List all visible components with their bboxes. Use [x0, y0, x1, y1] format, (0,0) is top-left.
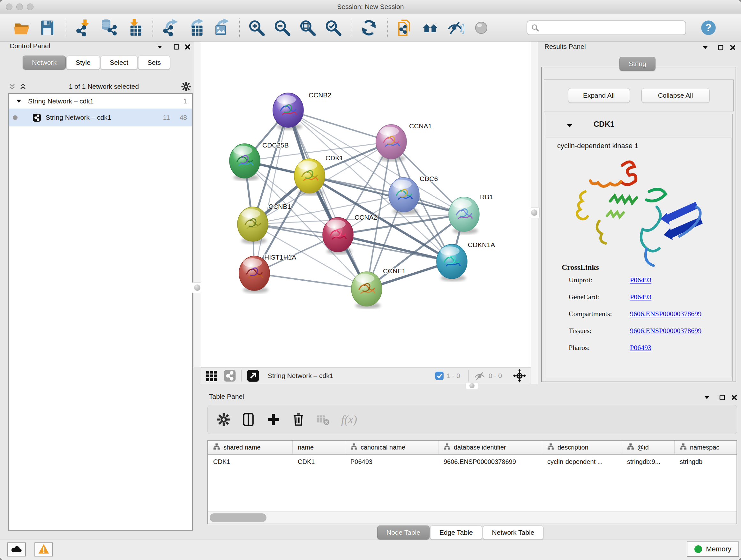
crosslink-link[interactable]: 9606.ENSP00000378699	[630, 310, 701, 318]
network-tree-row[interactable]: String Network – cdk1 11 48	[9, 109, 192, 126]
tab-style[interactable]: Style	[66, 56, 100, 70]
tab-select[interactable]: Select	[100, 56, 138, 70]
control-panel-float-icon[interactable]	[172, 43, 181, 51]
import-table-icon[interactable]	[125, 18, 144, 37]
cloud-button[interactable]	[7, 543, 26, 557]
node-count: 11	[163, 114, 170, 121]
network-collection-count: 1	[183, 98, 187, 105]
zoom-selected-icon[interactable]	[324, 18, 343, 37]
gene-section: CDK1 cyclin-dependent kinase 1	[545, 114, 733, 381]
tab-edge-table[interactable]: Edge Table	[430, 525, 482, 540]
column-header[interactable]: namespac	[675, 441, 737, 454]
node-table[interactable]: shared namenamecanonical namedatabase id…	[207, 440, 737, 524]
tab-network-table[interactable]: Network Table	[483, 525, 544, 540]
column-type-icon	[627, 443, 634, 452]
network-canvas[interactable]: CCNB2CCNA1CDC25BCDK1CDC6RB1CCNB1CCNA2CDK…	[201, 42, 531, 367]
window-title: Session: New Session	[0, 3, 741, 10]
results-close-icon[interactable]	[729, 44, 737, 52]
table-row[interactable]: CDK1CDK1P064939606.ENSP00000378699cyclin…	[208, 455, 737, 469]
add-column-icon[interactable]	[266, 413, 280, 427]
network-node-cdk1[interactable]: CDK1	[294, 154, 343, 193]
table-float-icon[interactable]	[718, 393, 726, 401]
home-pages-icon[interactable]	[421, 18, 440, 37]
delete-column-icon[interactable]	[291, 413, 306, 427]
table-gear-icon[interactable]	[217, 413, 231, 427]
crosslink-link[interactable]: P06493	[630, 276, 651, 284]
open-session-icon[interactable]	[12, 18, 31, 37]
network-node-ccnb2[interactable]: CCNB2	[273, 91, 331, 127]
gene-expander-icon[interactable]	[565, 122, 574, 130]
results-buttons-row: Expand All Collapse All	[544, 79, 734, 111]
tree-expander-icon[interactable]	[15, 97, 22, 105]
results-float-icon[interactable]	[717, 44, 725, 52]
help-icon[interactable]: ?	[700, 19, 717, 36]
table-cell: cyclin-dependent ...	[542, 455, 622, 469]
crosslink-row: GeneCard:P06493	[569, 293, 722, 301]
network-tree-root[interactable]: String Network – cdk1 1	[9, 94, 192, 109]
show-preview-icon[interactable]	[472, 18, 491, 37]
crosslink-label: Tissues:	[569, 327, 630, 335]
node-label-ccnb2: CCNB2	[309, 91, 331, 99]
search-input[interactable]	[539, 22, 685, 34]
left-splitter[interactable]	[194, 42, 201, 367]
column-header[interactable]: name	[293, 441, 345, 454]
collapse-all-icon[interactable]	[8, 82, 16, 91]
table-hscrollbar[interactable]	[208, 511, 737, 523]
memory-button[interactable]: Memory	[687, 542, 739, 557]
control-panel-menu-icon[interactable]	[156, 43, 164, 51]
fit-content-crosshair-icon[interactable]	[513, 369, 526, 382]
expand-all-button[interactable]: Expand All	[568, 88, 630, 103]
import-network-icon[interactable]	[73, 18, 92, 37]
show-columns-icon[interactable]	[242, 413, 256, 427]
open-external-icon[interactable]	[247, 369, 259, 382]
zoom-out-icon[interactable]	[273, 18, 292, 37]
node-label-rb1: RB1	[480, 193, 493, 200]
crosslink-row: Compartments:9606.ENSP00000378699	[569, 310, 722, 318]
bottom-splitter-grip[interactable]	[466, 382, 478, 389]
tab-network[interactable]: Network	[23, 56, 66, 70]
birdseye-icon[interactable]	[205, 369, 218, 382]
column-header[interactable]: description	[542, 441, 622, 454]
crosslink-link[interactable]: P06493	[630, 344, 651, 352]
export-image-icon[interactable]	[211, 18, 230, 37]
import-database-icon[interactable]	[99, 18, 118, 37]
column-header[interactable]: canonical name	[345, 441, 439, 454]
collapse-all-button[interactable]: Collapse All	[642, 88, 710, 103]
tab-sets[interactable]: Sets	[138, 56, 170, 70]
save-session-icon[interactable]	[38, 18, 57, 37]
hidden-eye-icon[interactable]	[474, 371, 485, 381]
crosslink-link[interactable]: 9606.ENSP00000378699	[630, 327, 701, 335]
node-label-ccne1: CCNE1	[383, 267, 406, 274]
table-close-icon[interactable]	[730, 393, 738, 401]
copy-share-icon[interactable]	[395, 18, 414, 37]
refresh-icon[interactable]	[359, 18, 379, 37]
column-header[interactable]: shared name	[208, 441, 293, 454]
zoom-fit-icon[interactable]	[298, 18, 317, 37]
warnings-button[interactable]	[35, 543, 53, 557]
delete-table-icon	[316, 413, 330, 427]
column-header[interactable]: database identifier	[439, 441, 542, 454]
zoom-in-icon[interactable]	[247, 18, 266, 37]
expand-all-icon[interactable]	[19, 82, 27, 91]
control-panel-close-icon[interactable]	[184, 43, 192, 51]
crosslink-link[interactable]: P06493	[630, 293, 651, 301]
table-hscrollbar-thumb[interactable]	[210, 513, 266, 522]
search-box[interactable]	[527, 20, 686, 35]
network-node-rb1[interactable]: RB1	[449, 193, 493, 232]
results-menu-icon[interactable]	[701, 44, 710, 52]
hide-elements-icon[interactable]	[446, 18, 465, 37]
selected-checkbox-icon[interactable]	[435, 372, 444, 380]
gear-icon[interactable]	[181, 81, 192, 92]
export-network-icon[interactable]	[160, 18, 179, 37]
node-label-ccnb1: CCNB1	[268, 203, 291, 210]
control-panel-tabs: NetworkStyleSelectSets	[23, 56, 171, 70]
toolbar-separator	[239, 18, 240, 37]
export-table-icon[interactable]	[186, 18, 205, 37]
network-node-hist1h1a[interactable]: HIST1H1A	[239, 253, 296, 291]
share-network-icon[interactable]	[223, 369, 236, 382]
network-node-cdkn1a[interactable]: CDKN1A	[436, 241, 495, 279]
table-menu-icon[interactable]	[703, 393, 711, 401]
column-header[interactable]: @id	[622, 441, 675, 454]
tab-node-table[interactable]: Node Table	[377, 525, 429, 540]
tab-string[interactable]: String	[619, 57, 656, 71]
